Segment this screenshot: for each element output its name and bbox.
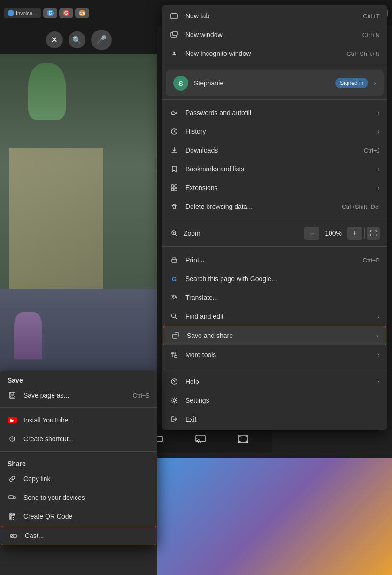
more-tools-arrow: › [377, 351, 380, 359]
save-page-shortcut: Ctrl+S [133, 392, 150, 399]
menu-item-downloads[interactable]: Downloads Ctrl+J [162, 141, 387, 160]
history-icon [169, 127, 179, 136]
tab-item[interactable]: Ca [75, 8, 89, 18]
menu-item-search-google[interactable]: G Search this page with Google... [162, 269, 387, 288]
svg-rect-6 [175, 185, 177, 187]
tab-item[interactable]: C [43, 8, 57, 18]
search-bar-area: ✕ 🔍 🎤 [0, 26, 157, 54]
copy-link-item[interactable]: Copy link [0, 469, 157, 488]
mic-button[interactable]: 🎤 [91, 30, 112, 50]
tab-item[interactable]: Invoice - Aug... [4, 8, 41, 18]
delete-browsing-shortcut: Ctrl+Shift+Del [342, 203, 380, 210]
extensions-icon [169, 183, 179, 192]
svg-rect-31 [13, 519, 14, 520]
browser-toolbar: Invoice - Aug... C G Ca [0, 0, 157, 26]
history-arrow: › [377, 128, 380, 135]
help-arrow: › [377, 378, 380, 385]
delete-browsing-label: Delete browsing data... [185, 203, 335, 210]
create-shortcut-item[interactable]: Create shortcut... [0, 429, 157, 448]
menu-item-find-edit[interactable]: Find and edit › [162, 307, 387, 326]
menu-item-save-share[interactable]: Save and share › [163, 326, 386, 345]
save-page-icon [8, 391, 17, 400]
menu-item-help[interactable]: Help › [162, 372, 387, 391]
new-window-icon [169, 30, 179, 39]
profile-avatar: S [173, 76, 188, 91]
fullscreen-button[interactable] [238, 435, 248, 443]
save-page-as-item[interactable]: Save page as... Ctrl+S [0, 386, 157, 405]
menu-item-exit[interactable]: Exit [162, 410, 387, 429]
print-label: Print... [185, 256, 356, 264]
bookmarks-label: Bookmarks and lists [185, 165, 367, 173]
svg-rect-12 [173, 334, 177, 338]
cast-icon [9, 531, 18, 540]
menu-item-bookmarks[interactable]: Bookmarks and lists › [162, 160, 387, 178]
tab-area: Invoice - Aug... C G Ca [4, 8, 89, 18]
tab-favicon [8, 10, 14, 16]
create-qr-label: Create QR Code [23, 513, 150, 520]
downloads-label: Downloads [185, 146, 357, 154]
svg-point-16 [174, 383, 174, 383]
install-youtube-item[interactable]: ▶ Install YouTube... [0, 411, 157, 429]
incognito-label: New Incognito window [185, 50, 340, 57]
create-shortcut-label: Create shortcut... [23, 435, 150, 443]
passwords-label: Passwords and autofill [185, 109, 367, 116]
menu-item-more-tools[interactable]: More tools › [162, 345, 387, 364]
plant-decor [28, 63, 66, 120]
close-button[interactable]: ✕ [46, 31, 63, 48]
extensions-label: Extensions [185, 184, 367, 192]
passwords-arrow: › [377, 109, 380, 116]
share-section-title: Share [0, 454, 157, 469]
zoom-increase-button[interactable]: + [347, 227, 362, 240]
menu-item-translate[interactable]: Translate... [162, 288, 387, 307]
menu-item-extensions[interactable]: Extensions › [162, 178, 387, 197]
find-edit-label: Find and edit [185, 313, 367, 320]
new-tab-shortcut: Ctrl+T [363, 13, 380, 20]
menu-divider-3 [162, 220, 387, 220]
find-edit-arrow: › [377, 313, 380, 320]
svg-rect-26 [13, 514, 15, 515]
svg-rect-5 [171, 185, 174, 187]
menu-item-new-window[interactable]: New window Ctrl+N [162, 25, 387, 44]
zoom-fullscreen-button[interactable]: ⛶ [367, 227, 380, 240]
profile-row[interactable]: S Stephanie Signed in › [166, 70, 384, 96]
tab-label: Invoice - Aug... [16, 10, 38, 16]
exit-label: Exit [185, 415, 380, 423]
tab-item[interactable]: G [59, 8, 73, 18]
menu-item-print[interactable]: Print... Ctrl+P [162, 251, 387, 269]
zoom-label: Zoom [184, 230, 300, 237]
help-icon [169, 377, 179, 386]
menu-item-passwords[interactable]: Passwords and autofill › [162, 103, 387, 122]
password-icon [169, 108, 179, 117]
extensions-arrow: › [377, 184, 380, 192]
save-share-arrow: › [376, 332, 378, 339]
menu-item-new-tab[interactable]: New tab Ctrl+T [162, 7, 387, 25]
cast-tv-button[interactable] [195, 435, 206, 443]
tools-icon [169, 350, 179, 360]
print-icon [169, 255, 179, 265]
menu-item-history[interactable]: History › [162, 122, 387, 141]
send-devices-item[interactable]: Send to your devices [0, 488, 157, 507]
menu-item-settings[interactable]: Settings [162, 391, 387, 410]
save-share-divider-1 [0, 407, 157, 408]
page-content [0, 54, 157, 425]
search-button[interactable]: 🔍 [69, 31, 85, 48]
svg-rect-24 [10, 514, 11, 515]
menu-divider-5 [162, 368, 387, 368]
tab-favicon-c: C [47, 10, 54, 16]
trash-icon [169, 202, 179, 211]
save-section-title: Save [0, 371, 157, 386]
zoom-decrease-button[interactable]: − [304, 227, 319, 240]
menu-divider-4 [162, 246, 387, 247]
search-google-label: Search this page with Google... [185, 275, 380, 283]
send-devices-icon [8, 493, 17, 502]
svg-rect-30 [15, 517, 15, 518]
signed-in-badge: Signed in [335, 78, 368, 88]
zoom-row: Zoom − 100% + ⛶ [162, 222, 387, 245]
cast-item[interactable]: Cast... [1, 526, 156, 545]
link-icon [8, 474, 17, 483]
create-qr-item[interactable]: Create QR Code [0, 507, 157, 526]
save-page-label: Save page as... [23, 391, 126, 399]
incognito-icon [169, 49, 179, 58]
menu-item-delete-browsing[interactable]: Delete browsing data... Ctrl+Shift+Del [162, 197, 387, 216]
menu-item-incognito[interactable]: New Incognito window Ctrl+Shift+N [162, 44, 387, 63]
